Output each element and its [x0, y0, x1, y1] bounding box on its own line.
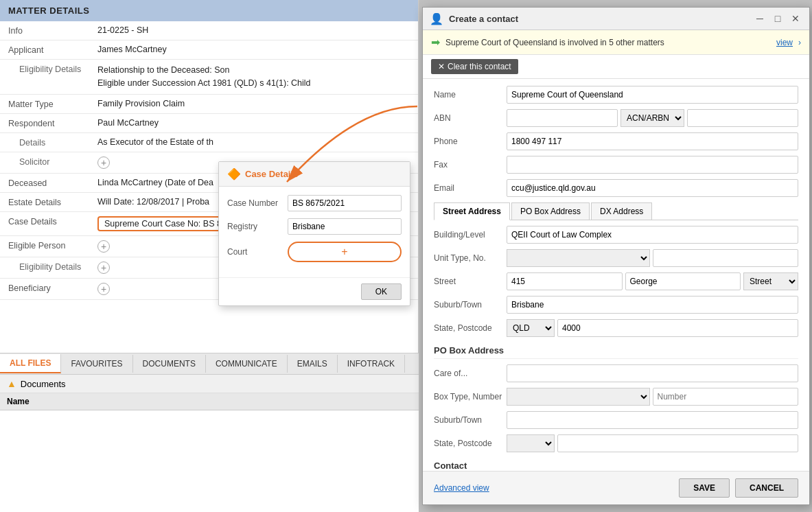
case-number-input[interactable] [288, 195, 402, 211]
applicant-value: James McCartney [97, 45, 410, 54]
case-details-label: Case Details [8, 216, 97, 226]
applicant-label: Applicant [8, 45, 97, 55]
case-number-label: Case Number [227, 198, 282, 208]
email-input[interactable] [507, 179, 798, 197]
po-suburb-input[interactable] [507, 411, 798, 429]
phone-label: Phone [434, 137, 502, 146]
case-number-row: Case Number [227, 195, 402, 211]
dialog-close-button[interactable]: ✕ [789, 12, 802, 25]
matter-row-matter-type: Matter Type Family Provision Claim [0, 95, 418, 114]
tab-communicate[interactable]: COMMUNICATE [206, 355, 288, 373]
cancel-button[interactable]: CANCEL [735, 478, 798, 498]
tab-bar: ALL FILES FAVOURITES DOCUMENTS COMMUNICA… [0, 353, 419, 375]
dialog-minimize-button[interactable]: ─ [753, 12, 767, 25]
dialog-title-text: Create a contact [449, 14, 747, 24]
box-type-row: Box Type, Number [434, 388, 798, 406]
addr-tab-street[interactable]: Street Address [434, 202, 510, 220]
phone-input[interactable] [507, 132, 798, 150]
street-number-input[interactable] [507, 272, 623, 290]
case-details-footer: OK [219, 277, 410, 305]
notif-chevron-icon: › [798, 38, 801, 47]
case-details-popup: 🔶 Case Details Case Number Registry Cour… [218, 161, 410, 306]
box-type-select[interactable] [507, 388, 650, 406]
save-button[interactable]: SAVE [679, 478, 730, 498]
fax-label: Fax [434, 160, 502, 170]
contact-section-title: Contact [434, 461, 798, 471]
beneficiary-add-icon[interactable]: + [97, 283, 110, 295]
street-address-section: Building/Level Unit Type, No. Street [434, 226, 798, 337]
advanced-view-button[interactable]: Advanced view [434, 483, 489, 493]
eligible-person-add-icon[interactable]: + [97, 240, 110, 253]
clear-contact-button[interactable]: ✕ Clear this contact [431, 59, 518, 74]
deceased-label: Deceased [8, 178, 97, 188]
abn-fields: ACN/ARBN ACN ARBN [507, 109, 798, 127]
care-of-input[interactable] [507, 364, 798, 382]
po-state-select[interactable]: QLD NSW [507, 434, 555, 452]
addr-tab-dx[interactable]: DX Address [591, 202, 652, 220]
building-input[interactable] [507, 226, 798, 244]
info-label: Info [8, 25, 97, 36]
name-input[interactable] [507, 86, 798, 104]
eligibility-details2-add-icon[interactable]: + [97, 261, 110, 274]
eligible-person-label: Eligible Person [8, 240, 97, 251]
unit-type-select[interactable] [507, 249, 650, 267]
state-select[interactable]: QLD NSW VIC SA WA [507, 319, 555, 337]
dialog-content: Name ABN ACN/ARBN ACN ARBN Phone Fax [423, 79, 809, 471]
eligibility-details-value: Relationship to the Deceased: SonEligibl… [97, 64, 410, 90]
matter-type-label: Matter Type [8, 99, 97, 109]
beneficiary-label: Beneficiary [8, 283, 97, 293]
case-details-popup-body: Case Number Registry Court + [219, 187, 410, 277]
street-type-select[interactable]: Street Avenue Road Drive [743, 272, 798, 290]
court-row: Court + [227, 242, 402, 262]
name-row: Name [434, 86, 798, 104]
address-tabs: Street Address PO Box Address DX Address [434, 202, 798, 220]
street-fields: Street Avenue Road Drive [507, 272, 798, 290]
tab-infotrack[interactable]: INFOTRACK [338, 355, 405, 373]
dialog-maximize-button[interactable]: □ [771, 12, 785, 25]
po-suburb-label: Suburb/Town [434, 415, 502, 425]
court-add-button[interactable]: + [288, 242, 402, 262]
solicitor-add-icon[interactable]: + [97, 156, 110, 169]
fax-input[interactable] [507, 156, 798, 174]
phone-row: Phone [434, 132, 798, 150]
dialog-title-controls: ─ □ ✕ [753, 12, 802, 25]
street-row: Street Street Avenue Road Drive [434, 272, 798, 290]
details-label: Details [8, 137, 97, 148]
po-box-section: Care of... Box Type, Number Suburb/Town … [434, 364, 798, 452]
tab-all-files[interactable]: ALL FILES [0, 354, 61, 373]
state-postcode-fields: QLD NSW VIC SA WA [507, 319, 798, 337]
abn-input[interactable] [507, 109, 618, 127]
street-label: Street [434, 277, 502, 286]
folder-label: Documents [21, 379, 66, 389]
case-details-ok-button[interactable]: OK [361, 283, 402, 300]
clear-x-icon: ✕ [438, 62, 445, 71]
po-postcode-input[interactable] [557, 434, 798, 452]
acn-arbn-select[interactable]: ACN/ARBN ACN ARBN [620, 109, 684, 127]
state-postcode-label: State, Postcode [434, 323, 502, 333]
case-details-badge[interactable]: Supreme Court Case No: BS 8 [97, 216, 229, 231]
acn-input[interactable] [687, 109, 798, 127]
building-row: Building/Level [434, 226, 798, 244]
email-label: Email [434, 183, 502, 193]
matter-row-applicant: Applicant James McCartney [0, 40, 418, 60]
registry-input[interactable] [288, 218, 402, 235]
box-number-input[interactable] [653, 388, 799, 406]
estate-label: Estate Details [8, 197, 97, 207]
unit-number-input[interactable] [653, 249, 799, 267]
building-label: Building/Level [434, 230, 502, 240]
tab-emails[interactable]: EMAILS [288, 355, 338, 373]
tab-favourites[interactable]: FAVOURITES [61, 355, 132, 373]
respondent-value: Paul McCartney [97, 118, 410, 128]
tab-documents[interactable]: DOCUMENTS [133, 355, 206, 373]
addr-tab-po-box[interactable]: PO Box Address [511, 202, 590, 220]
suburb-input[interactable] [507, 296, 798, 314]
notif-view-link[interactable]: view [776, 38, 793, 47]
email-row: Email [434, 179, 798, 197]
folder-icon: ▲ [7, 378, 16, 389]
suburb-row: Suburb/Town [434, 296, 798, 314]
file-col-header: Name [0, 393, 419, 410]
info-value: 21-0225 - SH [97, 25, 410, 35]
postcode-input[interactable] [557, 319, 798, 337]
court-label: Court [227, 247, 282, 257]
street-name-input[interactable] [625, 272, 741, 290]
